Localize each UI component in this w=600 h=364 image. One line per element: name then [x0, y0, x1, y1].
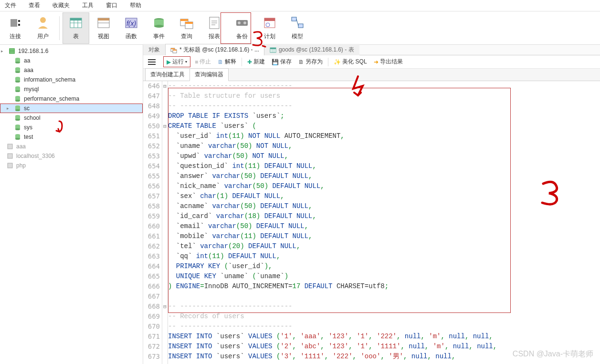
- conn-item-php[interactable]: php: [0, 161, 143, 170]
- code-line[interactable]: -- ----------------------------: [168, 81, 600, 91]
- code-line[interactable]: [168, 291, 600, 302]
- database-icon: [14, 124, 21, 131]
- code-line[interactable]: INSERT INTO `users` VALUES ('3', '1111',…: [168, 352, 600, 362]
- code-line[interactable]: PRIMARY KEY (`user_id`),: [168, 261, 600, 271]
- code-line[interactable]: INSERT INTO `users` VALUES ('1', 'aaa', …: [168, 332, 600, 342]
- conn-item-localhost_3306[interactable]: localhost_3306: [0, 151, 143, 161]
- svg-rect-54: [8, 144, 12, 149]
- db-item-performance_schema[interactable]: performance_schema: [0, 94, 143, 104]
- toolbar-table[interactable]: 表: [63, 12, 89, 44]
- save-icon: 💾: [272, 59, 279, 65]
- svg-rect-0: [11, 19, 17, 27]
- toolbar-fx[interactable]: f(x)函数: [118, 12, 145, 44]
- beautify-button[interactable]: ✨ 美化 SQL: [331, 56, 369, 67]
- conn-label: localhost_3306: [16, 153, 55, 159]
- tab-normal[interactable]: 对象: [143, 44, 165, 55]
- toolbar-report[interactable]: 报表: [201, 12, 228, 44]
- code-line[interactable]: DROP TABLE IF EXISTS `users`;: [168, 111, 600, 121]
- code-line[interactable]: ) ENGINE=InnoDB AUTO_INCREMENT=17 DEFAUL…: [168, 281, 600, 291]
- db-item-test[interactable]: test: [0, 132, 143, 142]
- svg-point-38: [15, 90, 20, 92]
- model-icon: [290, 15, 305, 31]
- code-line[interactable]: `qq` int(11) DEFAULT NULL,: [168, 251, 600, 261]
- code-line[interactable]: -- ----------------------------: [168, 101, 600, 111]
- code-line[interactable]: `sex` char(1) DEFAULT NULL,: [168, 191, 600, 201]
- toolbar-plan[interactable]: 计划: [256, 12, 283, 44]
- saveas-button[interactable]: 🗎 另存为: [296, 56, 325, 67]
- dropdown-icon[interactable]: ▾: [185, 60, 187, 64]
- new-label: 新建: [253, 58, 265, 66]
- db-item-school[interactable]: school: [0, 113, 143, 123]
- fold-column[interactable]: ⊟⊟⊟: [162, 81, 168, 364]
- sql-editor[interactable]: 6466476486496506516526536546556566576586…: [143, 81, 600, 364]
- menu-文件[interactable]: 文件: [3, 0, 18, 10]
- toolbar-view[interactable]: 视图: [90, 12, 117, 44]
- backup-icon: [234, 15, 250, 31]
- db-label: school: [24, 114, 41, 121]
- export-label: 导出结果: [380, 58, 403, 66]
- toolbar-user[interactable]: 用户: [30, 12, 56, 44]
- db-item-sys[interactable]: sys: [0, 123, 143, 132]
- db-item-sc[interactable]: ▸sc: [0, 104, 143, 113]
- expand-icon[interactable]: ▸: [7, 106, 11, 111]
- code-line[interactable]: `email` varchar(50) DEFAULT NULL,: [168, 221, 600, 231]
- code-line[interactable]: `mobile` varchar(11) DEFAULT NULL,: [168, 231, 600, 241]
- conn-item-aaa[interactable]: aaa: [0, 142, 143, 151]
- explain-label: 解释: [225, 58, 236, 66]
- toolbar-model[interactable]: 模型: [284, 12, 311, 44]
- expand-icon[interactable]: ▸: [1, 49, 6, 53]
- db-item-mysql[interactable]: mysql: [0, 84, 143, 94]
- sidebar-tree[interactable]: ▸ 192.168.1.6 aaaaainformation_schemamys…: [0, 45, 143, 364]
- code-line[interactable]: -- Table structure for users: [168, 91, 600, 101]
- svg-rect-58: [171, 48, 175, 49]
- subtab-editor[interactable]: 查询编辑器: [189, 68, 229, 81]
- connection-node[interactable]: ▸ 192.168.1.6: [0, 46, 143, 56]
- menu-查看[interactable]: 查看: [27, 0, 42, 10]
- code-line[interactable]: CREATE TABLE `users` (: [168, 121, 600, 131]
- code-line[interactable]: UNIQUE KEY `uname` (`uname`): [168, 271, 600, 281]
- explain-button[interactable]: 🗎 解释: [215, 56, 239, 67]
- menu-窗口[interactable]: 窗口: [104, 0, 119, 10]
- toolbar-backup[interactable]: 备份: [229, 12, 255, 44]
- code-line[interactable]: `answer` varchar(50) DEFAULT NULL,: [168, 171, 600, 181]
- code-line[interactable]: -- ----------------------------: [168, 302, 600, 312]
- code-line[interactable]: `user_id` int(11) NOT NULL AUTO_INCREMEN…: [168, 131, 600, 141]
- code-line[interactable]: `id_card` varchar(18) DEFAULT NULL,: [168, 211, 600, 221]
- toolbar-plug[interactable]: 连接: [2, 12, 29, 44]
- export-button[interactable]: ➜ 导出结果: [371, 56, 405, 67]
- code-line[interactable]: -- ----------------------------: [168, 322, 600, 332]
- code-content[interactable]: -- ------------------------------ Table …: [168, 81, 600, 364]
- db-item-aa[interactable]: aa: [0, 56, 143, 65]
- tab-table[interactable]: goods @sc (192.168.1.6) - 表: [264, 44, 359, 55]
- code-line[interactable]: `upwd` varchar(50) NOT NULL,: [168, 151, 600, 161]
- code-line[interactable]: `uname` varchar(50) NOT NULL,: [168, 141, 600, 151]
- menu-工具[interactable]: 工具: [80, 0, 95, 10]
- db-item-aaa[interactable]: aaa: [0, 65, 143, 75]
- save-button[interactable]: 💾 保存: [269, 56, 294, 67]
- db-item-information_schema[interactable]: information_schema: [0, 75, 143, 84]
- user-icon: [35, 15, 51, 31]
- connection-icon: [7, 162, 13, 169]
- svg-point-3: [40, 17, 46, 23]
- menu-收藏夹[interactable]: 收藏夹: [51, 0, 72, 10]
- report-icon: [207, 15, 222, 31]
- code-line[interactable]: -- Records of users: [168, 312, 600, 322]
- connection-label: 192.168.1.6: [18, 48, 48, 54]
- code-line[interactable]: `question_id` int(11) DEFAULT NULL,: [168, 161, 600, 171]
- code-line[interactable]: `nick_name` varchar(50) DEFAULT NULL,: [168, 181, 600, 191]
- svg-rect-62: [270, 48, 276, 49]
- toolbar-query[interactable]: 查询: [173, 12, 200, 44]
- tab-query[interactable]: * 无标题 @sc (192.168.1.6) - ...: [165, 44, 264, 55]
- menu-icon[interactable]: [146, 57, 158, 67]
- new-button[interactable]: ✚ 新建: [245, 56, 267, 67]
- toolbar-label: 用户: [37, 32, 49, 41]
- stop-button[interactable]: ■ 停止: [192, 56, 213, 67]
- svg-point-32: [15, 71, 20, 73]
- menu-帮助[interactable]: 帮助: [128, 0, 143, 10]
- code-line[interactable]: `acname` varchar(50) DEFAULT NULL,: [168, 201, 600, 211]
- run-button[interactable]: ▶ 运行 ▾: [163, 56, 190, 67]
- code-line[interactable]: INSERT INTO `users` VALUES ('2', 'abc', …: [168, 342, 600, 352]
- toolbar-event[interactable]: 事件: [146, 12, 172, 44]
- code-line[interactable]: `tel` varchar(20) DEFAULT NULL,: [168, 241, 600, 251]
- subtab-builder[interactable]: 查询创建工具: [145, 68, 190, 81]
